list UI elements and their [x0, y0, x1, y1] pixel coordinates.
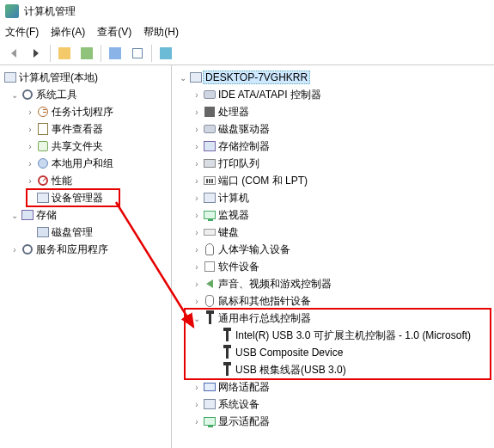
device-sound[interactable]: ›声音、视频和游戏控制器 — [172, 275, 494, 292]
tree-event-viewer[interactable]: › 事件查看器 — [0, 120, 171, 138]
tree-services[interactable]: › 服务和应用程序 — [0, 241, 171, 258]
collapse-icon[interactable]: ⌄ — [177, 73, 189, 83]
device-ports[interactable]: ›端口 (COM 和 LPT) — [172, 172, 494, 189]
device-label: USB Composite Device — [234, 347, 345, 359]
toolbar-btn-4[interactable] — [127, 44, 148, 63]
expand-icon[interactable]: › — [191, 417, 203, 427]
expand-icon[interactable]: › — [24, 125, 36, 134]
expand-icon[interactable]: › — [24, 142, 36, 151]
expand-icon[interactable]: › — [191, 193, 203, 203]
expand-icon[interactable]: › — [24, 159, 36, 169]
tree-label: 性能 — [50, 174, 74, 188]
tree-shared-folders[interactable]: › 共享文件夹 — [0, 138, 171, 155]
device-label: 存储控制器 — [217, 139, 271, 154]
mouse-icon — [203, 294, 217, 308]
expand-icon[interactable]: › — [191, 383, 203, 392]
usb-icon — [220, 328, 234, 342]
tree-disk-mgmt[interactable]: 磁盘管理 — [0, 224, 171, 241]
toolbar-icon — [109, 47, 121, 59]
expand-icon[interactable]: › — [191, 142, 203, 151]
device-keyboard[interactable]: ›键盘 — [172, 224, 494, 241]
back-button[interactable] — [3, 44, 24, 63]
device-software[interactable]: ›软件设备 — [172, 258, 494, 275]
expand-icon[interactable]: › — [191, 176, 203, 186]
device-net[interactable]: ›网络适配器 — [172, 378, 494, 396]
expand-icon[interactable]: › — [24, 176, 36, 186]
menu-view[interactable]: 查看(V) — [97, 25, 131, 40]
ide-icon — [203, 88, 217, 101]
expand-icon[interactable]: › — [9, 245, 21, 255]
expand-icon[interactable]: › — [191, 211, 203, 220]
device-print[interactable]: ›打印队列 — [172, 155, 494, 172]
tree-label: 任务计划程序 — [50, 105, 115, 120]
device-disk-drive[interactable]: ›磁盘驱动器 — [172, 120, 494, 138]
device-usb-hub[interactable]: USB 根集线器(USB 3.0) — [172, 361, 494, 378]
tree-label: 本地用户和组 — [50, 156, 115, 171]
menu-file[interactable]: 文件(F) — [5, 25, 39, 40]
tree-root[interactable]: 计算机管理(本地) — [0, 69, 171, 86]
expand-icon[interactable]: › — [191, 297, 203, 306]
expand-icon[interactable]: › — [191, 107, 203, 117]
port-icon — [203, 174, 217, 187]
tree-label: 事件查看器 — [50, 122, 105, 137]
expand-icon[interactable]: › — [191, 159, 203, 169]
toolbar-icon — [58, 47, 70, 59]
collapse-icon[interactable]: ⌄ — [9, 211, 21, 220]
expand-icon[interactable]: › — [191, 228, 203, 237]
usb-icon — [220, 363, 234, 377]
tree-storage[interactable]: ⌄ 存储 — [0, 206, 171, 224]
collapse-icon[interactable]: ⌄ — [191, 314, 203, 323]
toolbar-btn-1[interactable] — [54, 44, 75, 63]
storage-ctrl-icon — [203, 139, 217, 153]
network-icon — [203, 380, 217, 394]
toolbar-btn-2[interactable] — [76, 44, 97, 63]
device-display[interactable]: ›显示适配器 — [172, 413, 494, 430]
device-sysdev[interactable]: ›系统设备 — [172, 396, 494, 413]
window-title: 计算机管理 — [24, 4, 76, 19]
expand-icon[interactable]: › — [191, 245, 203, 255]
tree-performance[interactable]: › 性能 — [0, 172, 171, 189]
menu-help[interactable]: 帮助(H) — [143, 25, 179, 40]
tree-task-scheduler[interactable]: › 任务计划程序 — [0, 103, 171, 120]
toolbar-icon — [132, 48, 143, 58]
toolbar-btn-3[interactable] — [105, 44, 125, 63]
expand-icon[interactable]: › — [191, 279, 203, 289]
menu-action[interactable]: 操作(A) — [51, 25, 85, 40]
device-label: USB 根集线器(USB 3.0) — [234, 363, 348, 377]
software-icon — [203, 260, 217, 273]
expand-icon[interactable]: › — [191, 262, 203, 272]
disk-mgmt-icon — [36, 225, 50, 239]
tree-local-users[interactable]: › 本地用户和组 — [0, 155, 171, 172]
device-ide[interactable]: ›IDE ATA/ATAPI 控制器 — [172, 86, 494, 103]
toolbar-btn-5[interactable] — [156, 44, 176, 63]
expand-icon[interactable]: › — [191, 400, 203, 409]
tools-icon — [21, 88, 34, 101]
toolbar-separator — [151, 45, 152, 62]
device-usb-ctrl[interactable]: ⌄通用串行总线控制器 — [172, 310, 494, 327]
device-computer[interactable]: ›计算机 — [172, 189, 494, 206]
device-usb-composite[interactable]: USB Composite Device — [172, 344, 494, 361]
device-cpu[interactable]: ›处理器 — [172, 103, 494, 120]
menu-bar: 文件(F) 操作(A) 查看(V) 帮助(H) — [0, 22, 494, 41]
tree-label: 存储 — [34, 208, 58, 223]
device-label: 显示适配器 — [217, 414, 271, 429]
toolbar-separator — [101, 45, 101, 62]
device-usb-intel[interactable]: Intel(R) USB 3.0 可扩展主机控制器 - 1.0 (Microso… — [172, 327, 494, 344]
tree-label: 设备管理器 — [50, 191, 105, 206]
device-mouse[interactable]: ›鼠标和其他指针设备 — [172, 292, 494, 310]
forward-button[interactable] — [26, 44, 46, 63]
device-host[interactable]: ⌄ DESKTOP-7VGHKRR — [172, 69, 494, 86]
monitor-icon — [203, 208, 217, 222]
collapse-icon[interactable]: ⌄ — [9, 90, 21, 100]
device-storage-ctrl[interactable]: ›存储控制器 — [172, 138, 494, 155]
title-bar: 计算机管理 — [0, 0, 494, 22]
right-pane: ⌄ DESKTOP-7VGHKRR ›IDE ATA/ATAPI 控制器 ›处理… — [172, 65, 494, 448]
expand-icon[interactable]: › — [24, 107, 36, 117]
hid-icon — [203, 242, 217, 256]
expand-icon[interactable]: › — [191, 90, 203, 100]
tree-system-tools[interactable]: ⌄ 系统工具 — [0, 86, 171, 103]
device-hid[interactable]: ›人体学输入设备 — [172, 241, 494, 258]
tree-device-manager[interactable]: 设备管理器 — [0, 189, 171, 206]
expand-icon[interactable]: › — [191, 125, 203, 134]
device-monitor[interactable]: ›监视器 — [172, 206, 494, 224]
